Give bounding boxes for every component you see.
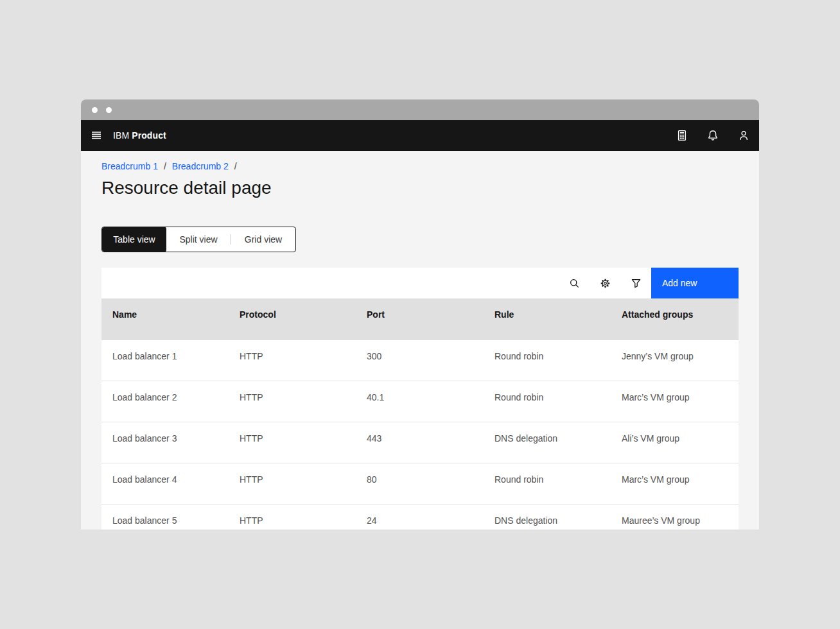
table-row[interactable]: Load balancer 1 HTTP 300 Round robin Jen… bbox=[101, 340, 739, 381]
cell-port: 300 bbox=[367, 340, 494, 362]
cell-attached-group: Marc’s VM group bbox=[622, 381, 739, 403]
cell-name: Load balancer 1 bbox=[112, 340, 240, 362]
page-title: Resource detail page bbox=[101, 177, 739, 200]
window-titlebar bbox=[81, 99, 759, 120]
cell-port: 443 bbox=[367, 422, 494, 444]
tab-split-view[interactable]: Split view bbox=[166, 227, 231, 252]
column-header-attached-groups: Attached groups bbox=[622, 298, 739, 320]
column-header-rule: Rule bbox=[494, 298, 622, 320]
tab-grid-view[interactable]: Grid view bbox=[231, 227, 295, 252]
search-icon bbox=[569, 278, 580, 289]
hamburger-menu-button[interactable] bbox=[81, 120, 112, 151]
cell-rule: DNS delegation bbox=[494, 422, 622, 444]
cell-port: 40.1 bbox=[367, 381, 494, 403]
settings-gear-icon bbox=[600, 278, 611, 289]
cell-attached-group: Ali’s VM group bbox=[622, 422, 739, 444]
cell-name: Load balancer 4 bbox=[112, 463, 240, 485]
column-header-port: Port bbox=[367, 298, 494, 320]
cell-name: Load balancer 2 bbox=[112, 381, 240, 403]
column-header-protocol: Protocol bbox=[240, 298, 367, 320]
filter-icon bbox=[631, 278, 642, 289]
table-row[interactable]: Load balancer 3 HTTP 443 DNS delegation … bbox=[101, 422, 739, 463]
cell-rule: Round robin bbox=[494, 340, 622, 362]
table-row[interactable]: Load balancer 4 HTTP 80 Round robin Marc… bbox=[101, 463, 739, 504]
cell-attached-group: Jenny’s VM group bbox=[622, 340, 739, 362]
cell-rule: Round robin bbox=[494, 463, 622, 485]
table-row[interactable]: Load balancer 5 HTTP 24 DNS delegation M… bbox=[101, 504, 739, 530]
page-content: Breadcrumb 1 / Breadcrumb 2 / Resource d… bbox=[81, 151, 759, 530]
browser-window: IBM Product bbox=[81, 99, 759, 530]
add-new-button[interactable]: Add new bbox=[651, 268, 739, 298]
brand-prefix: IBM bbox=[113, 130, 129, 141]
search-button[interactable] bbox=[559, 268, 590, 298]
cell-protocol: HTTP bbox=[240, 422, 367, 444]
cell-attached-group: Mauree’s VM group bbox=[622, 504, 739, 526]
cell-protocol: HTTP bbox=[240, 463, 367, 485]
cell-attached-group: Marc’s VM group bbox=[622, 463, 739, 485]
user-avatar-button[interactable] bbox=[728, 120, 759, 151]
cell-protocol: HTTP bbox=[240, 381, 367, 403]
table-row[interactable]: Load balancer 2 HTTP 40.1 Round robin Ma… bbox=[101, 381, 739, 422]
brand-name: Product bbox=[132, 130, 166, 141]
cell-protocol: HTTP bbox=[240, 504, 367, 526]
content-switcher: Table view Split view Grid view bbox=[101, 227, 296, 252]
cell-port: 24 bbox=[367, 504, 494, 526]
hamburger-menu-icon bbox=[91, 130, 101, 141]
app-brand: IBM Product bbox=[113, 130, 166, 141]
table-header-row: Name Protocol Port Rule Attached groups bbox=[101, 298, 739, 340]
user-avatar-icon bbox=[738, 130, 749, 141]
settings-button[interactable] bbox=[590, 268, 620, 298]
calculator-icon bbox=[676, 130, 688, 141]
breadcrumb: Breadcrumb 1 / Breadcrumb 2 / bbox=[101, 160, 739, 172]
breadcrumb-link-1[interactable]: Breadcrumb 1 bbox=[101, 161, 158, 171]
app-header: IBM Product bbox=[81, 120, 759, 151]
cell-port: 80 bbox=[367, 463, 494, 485]
data-table-card: Add new Name Protocol Port Rule Attached… bbox=[101, 268, 739, 530]
cell-name: Load balancer 5 bbox=[112, 504, 240, 526]
column-header-name: Name bbox=[112, 298, 240, 320]
filter-button[interactable] bbox=[620, 268, 651, 298]
cell-protocol: HTTP bbox=[240, 340, 367, 362]
breadcrumb-separator: / bbox=[234, 161, 237, 171]
tab-table-view[interactable]: Table view bbox=[102, 227, 166, 252]
breadcrumb-link-2[interactable]: Breadcrumb 2 bbox=[172, 161, 229, 171]
window-control-dot[interactable] bbox=[106, 107, 112, 113]
breadcrumb-separator: / bbox=[164, 161, 166, 171]
notifications-button[interactable] bbox=[697, 120, 728, 151]
table-toolbar: Add new bbox=[101, 268, 739, 298]
cell-rule: Round robin bbox=[494, 381, 622, 403]
cell-name: Load balancer 3 bbox=[112, 422, 240, 444]
notification-bell-icon bbox=[707, 130, 719, 141]
calculator-button[interactable] bbox=[667, 120, 697, 151]
window-control-dot[interactable] bbox=[92, 107, 98, 113]
cell-rule: DNS delegation bbox=[494, 504, 622, 526]
